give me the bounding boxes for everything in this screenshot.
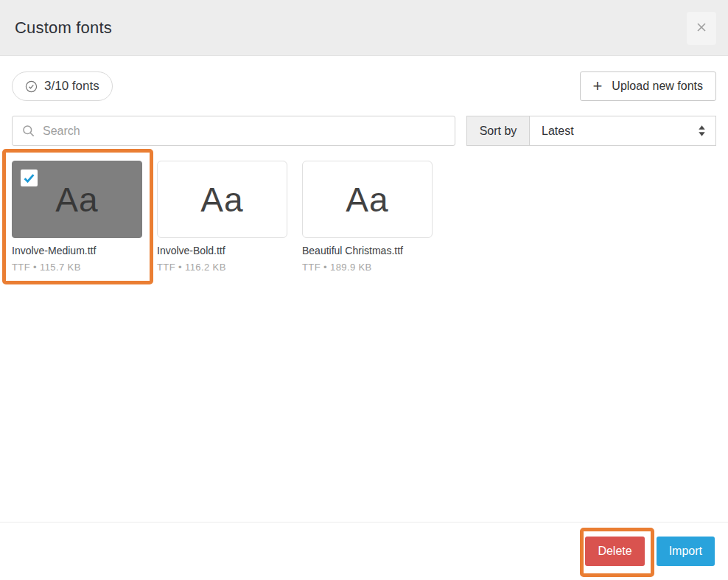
font-preview-tile[interactable]: Aa — [157, 161, 287, 238]
font-preview-text: Aa — [346, 180, 388, 220]
modal-footer: Delete Import — [0, 522, 728, 580]
fonts-count-label: 3/10 fonts — [44, 79, 99, 94]
sort-select[interactable]: Latest — [530, 116, 716, 146]
font-file-name: Involve-Medium.ttf — [12, 245, 142, 256]
font-card-involve-bold[interactable]: Aa Involve-Bold.ttf TTF • 116.2 KB — [157, 161, 287, 273]
font-preview-text: Aa — [55, 180, 98, 220]
search-input[interactable] — [43, 125, 446, 138]
font-preview-tile[interactable]: Aa — [302, 161, 433, 238]
sort-selected-value: Latest — [542, 125, 574, 138]
modal-header: Custom fonts — [0, 0, 728, 56]
fonts-count-badge: 3/10 fonts — [12, 71, 113, 101]
font-file-meta: TTF • 115.7 KB — [12, 262, 142, 273]
check-circle-icon — [25, 80, 38, 93]
font-selected-checkbox[interactable] — [21, 170, 38, 186]
page-title: Custom fonts — [15, 18, 112, 38]
sort-arrows-icon — [698, 125, 706, 137]
plus-icon: + — [593, 78, 603, 94]
custom-fonts-modal: Custom fonts 3/10 fonts — [0, 0, 728, 580]
font-preview-tile[interactable]: Aa — [12, 161, 142, 238]
search-icon — [21, 124, 35, 138]
font-card-involve-medium[interactable]: Aa Involve-Medium.ttf TTF • 115.7 KB — [12, 161, 142, 273]
upload-new-fonts-button[interactable]: + Upload new fonts — [580, 71, 717, 101]
close-button[interactable] — [687, 12, 716, 45]
font-card-beautiful-christmas[interactable]: Aa Beautiful Christmas.ttf TTF • 189.9 K… — [302, 161, 433, 273]
upload-button-label: Upload new fonts — [612, 80, 703, 93]
sort-group: Sort by Latest — [466, 116, 716, 146]
font-file-name: Beautiful Christmas.ttf — [302, 245, 433, 256]
modal-body: 3/10 fonts + Upload new fonts Sort by — [0, 71, 728, 273]
font-file-meta: TTF • 189.9 KB — [302, 262, 433, 273]
sort-by-label: Sort by — [466, 116, 530, 146]
font-file-name: Involve-Bold.ttf — [157, 245, 287, 256]
checkmark-icon — [22, 171, 36, 185]
font-file-meta: TTF • 116.2 KB — [157, 262, 287, 273]
font-preview-text: Aa — [200, 180, 243, 220]
search-box — [12, 116, 455, 146]
import-button[interactable]: Import — [657, 537, 715, 566]
font-card-grid: Aa Involve-Medium.ttf TTF • 115.7 KB Aa … — [12, 161, 716, 273]
close-icon — [696, 21, 707, 35]
delete-button[interactable]: Delete — [585, 537, 644, 566]
